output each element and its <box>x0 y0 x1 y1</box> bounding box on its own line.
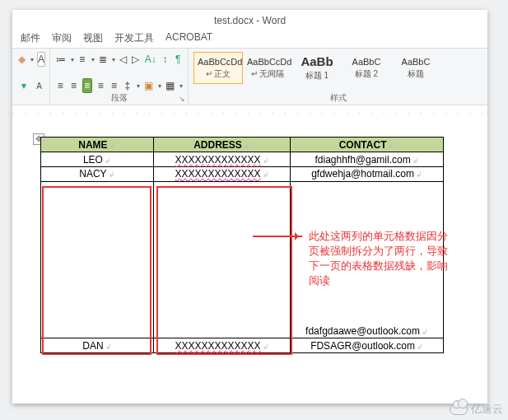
style-label: 标题 <box>395 68 436 80</box>
style-label: ↵ 无间隔 <box>247 68 288 80</box>
align-distribute-icon[interactable]: ≡ <box>109 78 119 93</box>
watermark-text: 亿速云 <box>471 402 503 417</box>
style-normal[interactable]: AaBbCcDd ↵ 正文 <box>193 52 243 84</box>
font-box-icon[interactable]: A <box>37 52 45 67</box>
style-preview: AaBbC <box>395 57 436 67</box>
bullets-icon[interactable]: ≔ <box>55 52 67 67</box>
tab-dev[interactable]: 开发工具 <box>114 31 154 48</box>
sort-icon[interactable]: A↓ <box>144 52 157 67</box>
cell: LEO <box>83 154 103 166</box>
brush-icon[interactable]: ▾ <box>17 78 30 93</box>
style-nospacing[interactable]: AaBbCcDd ↵ 无间隔 <box>243 52 292 84</box>
align-center-icon[interactable]: ≡ <box>68 78 78 93</box>
table-row: DAN↲ XXXXXXXXXXXXX↲ FDSAGR@outlook.com↲ <box>41 338 444 353</box>
watermark: 亿速云 <box>450 402 503 417</box>
cell: XXXXXXXXXXXXX <box>175 340 261 352</box>
style-heading2[interactable]: AaBbC 标题 2 <box>342 52 391 84</box>
shading-icon[interactable]: ▣ <box>143 78 154 93</box>
chevron-down-icon[interactable]: ▾ <box>30 56 34 63</box>
tab-view[interactable]: 视图 <box>83 31 103 48</box>
sort-caret-icon[interactable]: ↕ <box>161 52 170 67</box>
indent-right-icon[interactable]: ▷ <box>131 52 141 67</box>
align-justify-icon[interactable]: ≡ <box>96 78 105 93</box>
style-preview: AaBbC <box>346 57 387 67</box>
align-left-icon[interactable]: ≡ <box>55 78 65 93</box>
line-spacing-icon[interactable]: ‡ <box>123 78 133 93</box>
styles-group-label: 样式 <box>189 92 487 104</box>
indent-left-icon[interactable]: ◁ <box>119 52 128 67</box>
align-right-icon[interactable]: ≡ <box>82 78 92 93</box>
cell: FDSAGR@outlook.com <box>310 340 415 352</box>
tab-mail[interactable]: 邮件 <box>21 31 40 48</box>
cell: fdafgdaawe@outlook.com <box>305 325 420 337</box>
paragraph-group: ≔▾ ≡▾ ≣▾ ◁ ▷ A↓ ↕ ¶ ≡ ≡ ≡ ≡ ≡ ‡▾ ▣▾ ▦▾ 段… <box>50 49 189 105</box>
cell: NACY <box>79 168 106 180</box>
style-gallery: AaBbCcDd ↵ 正文 AaBbCcDd ↵ 无间隔 AaBb 标题 1 A… <box>193 52 482 84</box>
col-contact: CONTACT <box>339 139 387 151</box>
eraser-icon[interactable]: ◆ <box>17 52 26 67</box>
annotation-arrow-icon <box>253 236 302 237</box>
ribbon-tabs: 邮件 审阅 视图 开发工具 ACROBAT <box>12 31 487 48</box>
styles-group: AaBbCcDd ↵ 正文 AaBbCcDd ↵ 无间隔 AaBb 标题 1 A… <box>189 49 487 105</box>
ruler: · · · · · · · · · · · · · · · · · · · · … <box>12 109 487 120</box>
paragraph-group-label: 段落 <box>50 92 188 104</box>
paragraph-launcher-icon[interactable]: ↘ <box>179 95 185 103</box>
word-window: test.docx - Word 邮件 审阅 视图 开发工具 ACROBAT ◆… <box>12 10 487 404</box>
tab-review[interactable]: 审阅 <box>52 31 72 48</box>
window-title: test.docx - Word <box>12 10 487 31</box>
multilevel-icon[interactable]: ≣ <box>98 52 108 67</box>
col-address: ADDRESS <box>193 139 242 151</box>
style-label: ↵ 正文 <box>198 68 239 80</box>
cell: XXXXXXXXXXXXX <box>175 154 261 166</box>
table-row: LEO↲ XXXXXXXXXXXXX↲ fdiaghhfh@gamil.com↲ <box>41 152 444 167</box>
table-header-row: NAME↲ ADDRESS↲ CONTACT↲ <box>41 138 444 152</box>
document-area[interactable]: · · · · · · · · · · · · · · · · · · · · … <box>12 105 487 404</box>
style-label: 标题 2 <box>346 68 387 80</box>
style-preview: AaBbCcDd <box>198 57 239 67</box>
style-preview: AaBb <box>296 54 338 68</box>
borders-icon[interactable]: ▦ <box>165 78 175 93</box>
tab-acrobat[interactable]: ACROBAT <box>165 31 212 48</box>
style-heading1[interactable]: AaBb 标题 1 <box>292 52 342 84</box>
cell: XXXXXXXXXXXXX <box>175 168 261 180</box>
pilcrow-icon[interactable]: ¶ <box>173 52 183 67</box>
table-row: NACY↲ XXXXXXXXXXXXX↲ gfdwehja@hotmail.co… <box>41 167 444 182</box>
cell: fdiaghhfh@gamil.com <box>315 154 410 166</box>
cell: gfdwehja@hotmail.com <box>311 168 414 180</box>
cell: DAN <box>82 340 103 352</box>
col-name: NAME <box>78 139 107 151</box>
style-label: 标题 1 <box>296 70 338 82</box>
clipboard-group: ◆ ▾ A ▾ A <box>12 49 50 105</box>
annotation-text: 此处这两列的单元格数据因分页被强制拆分为了两行，导致下一页的表格数据残缺，影响阅… <box>309 229 457 288</box>
numbering-icon[interactable]: ≡ <box>77 52 87 67</box>
font-small-icon[interactable]: A <box>34 80 44 91</box>
cloud-icon <box>450 404 468 415</box>
ribbon: ◆ ▾ A ▾ A ≔▾ ≡▾ ≣▾ ◁ ▷ A↓ ↕ ¶ ≡ ≡ <box>12 48 487 105</box>
style-preview: AaBbCcDd <box>247 57 288 67</box>
style-title[interactable]: AaBbC 标题 <box>391 52 440 84</box>
